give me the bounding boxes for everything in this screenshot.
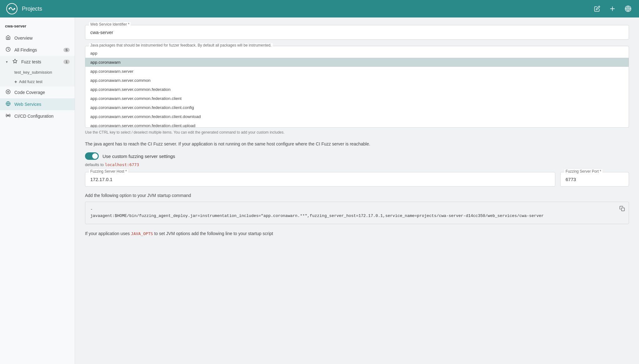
sidebar-item-coverage-label: Code Coverage (14, 90, 70, 95)
toggle-label: Use custom fuzzing server settings (102, 154, 175, 159)
packages-hint: Use the CTRL key to select / deselect mu… (85, 130, 629, 135)
list-item[interactable]: app.coronawarn.server.common.federation.… (85, 112, 629, 121)
sidebar-item-overview[interactable]: Overview (0, 32, 75, 44)
java-opts-hint-prefix: If your application uses (85, 231, 130, 236)
code-line1: - (90, 207, 93, 212)
sidebar-item-web-services[interactable]: Web Services (0, 98, 75, 110)
fuzzing-port-label: Fuzzing Server Port * (564, 169, 602, 174)
jvm-command-block: - javaagent:$HOME/bin/fuzzing_agent_depl… (85, 202, 629, 224)
svg-point-2 (14, 8, 15, 10)
sidebar-item-cicd[interactable]: CI/CD Configuration (0, 110, 75, 122)
fuzzing-port-field: Fuzzing Server Port * (560, 172, 629, 187)
svg-rect-19 (622, 208, 625, 211)
fuzzing-host-field: Fuzzing Server Host * (85, 172, 555, 187)
home-icon (5, 35, 11, 41)
target-button[interactable] (623, 4, 633, 13)
list-item[interactable]: app.coronawarn.server.common.federation (85, 85, 629, 94)
copy-code-button[interactable] (618, 204, 626, 214)
svg-point-7 (627, 8, 629, 9)
coverage-icon (5, 89, 11, 96)
web-service-identifier-input[interactable] (85, 25, 629, 39)
findings-icon (5, 47, 11, 53)
svg-point-1 (9, 8, 10, 10)
list-item[interactable]: app.coronawarn.server.common.federation.… (85, 121, 629, 127)
list-item[interactable]: app.coronawarn.server.common (85, 76, 629, 85)
sidebar-item-fuzz-tests[interactable]: ▾ Fuzz tests 1 (0, 56, 75, 68)
list-item[interactable]: app.coronawarn.server.common.federation.… (85, 94, 629, 103)
header-actions (593, 4, 633, 13)
sidebar-item-web-services-label: Web Services (14, 102, 70, 107)
test-key-label: test_key_submission (14, 70, 52, 75)
sidebar: cwa-server Overview All Findings 5 (0, 17, 75, 364)
toggle-default: defaults to localhost:6773 (85, 162, 629, 167)
sidebar-item-overview-label: Overview (14, 36, 70, 41)
web-service-identifier-field: Web Service Identifier * (85, 25, 629, 40)
main-content: Web Service Identifier * Java packages t… (75, 17, 639, 364)
header-title: Projects (22, 6, 593, 12)
web-services-icon (5, 101, 11, 107)
sidebar-add-fuzz-test[interactable]: + Add fuzz test (14, 77, 75, 86)
findings-badge: 5 (63, 48, 70, 52)
toggle-row: Use custom fuzzing server settings (85, 152, 629, 160)
edit-button[interactable] (593, 4, 602, 13)
packages-list[interactable]: app app.coronawarn app.coronawarn.server… (85, 46, 629, 127)
list-item[interactable]: app.coronawarn.server (85, 67, 629, 76)
agent-info: The java agent has to reach the CI Fuzz … (85, 141, 629, 147)
packages-container: Java packages that should be instrumente… (85, 46, 629, 128)
custom-server-toggle[interactable] (85, 152, 99, 160)
app-header: Projects (0, 0, 639, 17)
sidebar-item-findings-label: All Findings (14, 47, 60, 52)
web-service-identifier-label: Web Service Identifier * (89, 22, 131, 27)
app-layout: cwa-server Overview All Findings 5 (0, 17, 639, 364)
fuzzing-host-input[interactable] (85, 172, 555, 186)
fuzz-collapse-icon: ▾ (5, 60, 9, 64)
add-fuzz-label: Add fuzz test (19, 79, 42, 84)
toggle-default-prefix: defaults to (85, 162, 104, 167)
sidebar-item-all-findings[interactable]: All Findings 5 (0, 44, 75, 56)
fuzz-section: ▾ Fuzz tests 1 test_key_submission + Add… (0, 56, 75, 86)
app-logo (6, 3, 17, 14)
fuzz-sub-items: test_key_submission + Add fuzz test (0, 68, 75, 86)
add-fuzz-icon: + (14, 79, 17, 84)
svg-point-14 (6, 90, 10, 94)
list-item[interactable]: app.coronawarn (85, 58, 629, 67)
svg-point-6 (627, 7, 630, 11)
cicd-icon (5, 113, 11, 119)
add-button[interactable] (608, 4, 617, 13)
sidebar-sub-test-key[interactable]: test_key_submission (14, 68, 75, 77)
java-opts-hint-suffix: to set JVM options add the following lin… (154, 231, 273, 236)
code-line2: javaagent:$HOME/bin/fuzzing_agent_deploy… (90, 214, 544, 218)
fuzz-badge: 1 (63, 60, 70, 64)
packages-label: Java packages that should be instrumente… (89, 43, 273, 47)
toggle-default-value: localhost:6773 (105, 162, 139, 167)
list-item[interactable]: app.coronawarn.server.common.federation.… (85, 103, 629, 112)
fuzzing-host-label: Fuzzing Server Host * (89, 169, 128, 174)
sidebar-item-cicd-label: CI/CD Configuration (14, 114, 70, 119)
svg-point-18 (7, 115, 9, 116)
project-name: cwa-server (0, 21, 75, 32)
list-item[interactable]: app (85, 49, 629, 58)
svg-marker-13 (13, 59, 17, 63)
svg-point-15 (7, 91, 9, 92)
sidebar-item-fuzz-label: Fuzz tests (21, 59, 60, 64)
sidebar-item-code-coverage[interactable]: Code Coverage (0, 86, 75, 98)
fuzzing-port-input[interactable] (561, 172, 629, 186)
jvm-section-title: Add the following option to your JVM sta… (85, 193, 629, 198)
java-opts-code: JAVA_OPTS (131, 231, 153, 236)
fuzz-icon (12, 59, 18, 65)
java-opts-hint: If your application uses JAVA_OPTS to se… (85, 230, 629, 237)
server-fields-row: Fuzzing Server Host * Fuzzing Server Por… (85, 172, 629, 187)
